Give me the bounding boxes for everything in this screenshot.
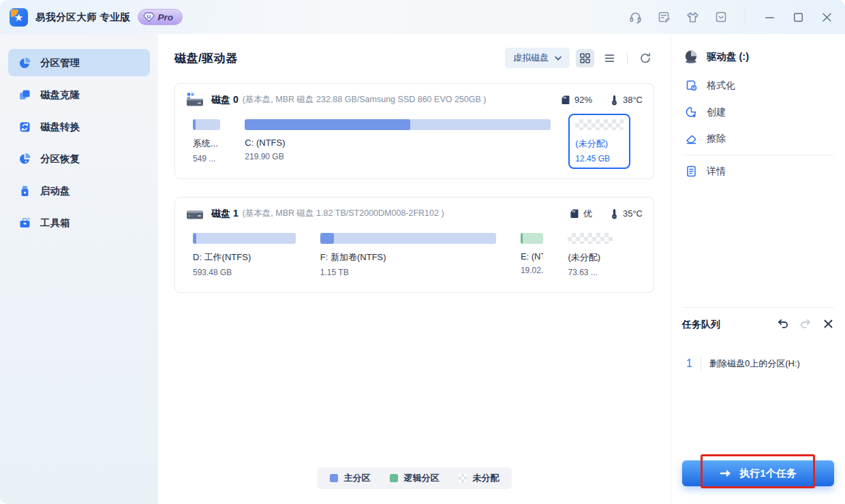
- task-label: 删除磁盘0上的分区(H:): [709, 358, 800, 370]
- sidebar-item-label: 磁盘克隆: [40, 89, 80, 101]
- menu-dropdown-icon[interactable]: [713, 10, 728, 25]
- sidebar-item-disk-convert[interactable]: 磁盘转换: [8, 113, 150, 140]
- partition-label: (未分配): [568, 251, 612, 264]
- sidebar-item-toolbox[interactable]: 工具箱: [8, 209, 150, 236]
- clone-icon: [18, 89, 31, 101]
- sidebar-item-bootable-disk[interactable]: 启动盘: [8, 177, 150, 204]
- theme-icon[interactable]: [685, 10, 700, 25]
- task-queue-section: 任务队列: [682, 307, 834, 486]
- disk-info: (基本盘, MBR 磁盘 232.88 GB/Samsung SSD 860 E…: [243, 94, 487, 106]
- disk-name: 磁盘 1: [211, 208, 239, 220]
- partition-legend: 主分区 逻辑分区 未分配: [318, 467, 512, 489]
- legend-label: 逻辑分区: [404, 472, 440, 484]
- partition-label: D: 工作(NTFS): [193, 251, 296, 264]
- maximize-button[interactable]: [790, 10, 805, 25]
- action-label: 格式化: [707, 80, 735, 92]
- disk-card-0: 磁盘 0 (基本盘, MBR 磁盘 232.88 GB/Samsung SSD …: [174, 83, 654, 179]
- task-list-item[interactable]: 1 删除磁盘0上的分区(H:): [682, 357, 834, 371]
- action-label: 擦除: [707, 133, 726, 145]
- panel-divider: [682, 155, 834, 155]
- titlebar-separator: [745, 9, 746, 25]
- sidebar-item-partition-manager[interactable]: 分区管理: [8, 49, 150, 76]
- grid-view-button[interactable]: [576, 49, 594, 67]
- arrow-right-icon: [720, 469, 732, 478]
- partition-label: 系统...: [193, 138, 220, 150]
- partition-f[interactable]: F: 新加卷(NTFS) 1.15 TB: [313, 227, 503, 283]
- partition-size: 219.90 GB: [245, 152, 551, 161]
- sidebar-item-label: 分区管理: [40, 57, 80, 69]
- hdd-disk-icon: [186, 206, 204, 221]
- disk-health-value: 优: [583, 208, 592, 220]
- legend-unallocated: 未分配: [459, 472, 500, 484]
- format-icon: [685, 79, 698, 92]
- action-label: 详情: [707, 166, 726, 178]
- action-label: 创建: [707, 106, 726, 119]
- partition-e[interactable]: E: (NT... 19.02...: [514, 227, 551, 281]
- list-view-button[interactable]: [600, 49, 619, 67]
- eraser-icon: [685, 132, 698, 145]
- refresh-button[interactable]: [636, 49, 654, 67]
- sidebar-item-label: 磁盘转换: [40, 121, 80, 133]
- partition-d[interactable]: D: 工作(NTFS) 593.48 GB: [186, 227, 303, 283]
- partition-unallocated[interactable]: (未分配) 73.63 ...: [561, 227, 619, 283]
- redo-button[interactable]: [799, 317, 812, 332]
- disk-health-badge: 优: [570, 208, 592, 220]
- thermometer-icon: [610, 208, 619, 219]
- partition-size: 12.45 GB: [575, 154, 623, 163]
- execute-tasks-button[interactable]: 执行1个任务: [682, 460, 834, 486]
- disk-temp-value: 35°C: [623, 208, 643, 219]
- partition-bar: [568, 233, 612, 244]
- partition-size: 1.15 TB: [320, 268, 496, 277]
- grid-view-icon: [579, 52, 591, 64]
- action-wipe[interactable]: 擦除: [682, 125, 834, 152]
- health-icon: [561, 95, 570, 105]
- sidebar-item-partition-recovery[interactable]: 分区恢复: [8, 145, 150, 172]
- pro-badge: U Pro: [138, 9, 183, 25]
- close-button[interactable]: [819, 10, 834, 25]
- usb-drive-icon: [18, 185, 31, 198]
- health-icon: [570, 208, 579, 219]
- drive-pie-icon: [683, 49, 699, 64]
- sidebar-item-disk-clone[interactable]: 磁盘克隆: [8, 81, 150, 108]
- support-icon[interactable]: [628, 10, 643, 25]
- ssd-disk-icon: [186, 93, 204, 107]
- legend-logical-swatch: [390, 474, 398, 482]
- sidebar-item-label: 启动盘: [40, 185, 70, 198]
- disk-health-badge: 92%: [561, 95, 592, 105]
- pro-hexagon-icon: U: [143, 12, 155, 22]
- close-task-queue-button[interactable]: [823, 318, 834, 332]
- virtual-disk-dropdown[interactable]: 虚拟磁盘: [505, 48, 570, 68]
- partition-c[interactable]: C: (NTFS) 219.90 GB: [238, 114, 557, 167]
- task-queue-title: 任务队列: [682, 319, 720, 331]
- action-details[interactable]: 详情: [682, 158, 834, 185]
- undo-button[interactable]: [776, 317, 789, 332]
- disk-name: 磁盘 0: [211, 94, 239, 106]
- sidebar-item-label: 分区恢复: [40, 153, 80, 166]
- partition-bar: [245, 119, 551, 130]
- header-separator: [627, 52, 628, 64]
- disk-temp-badge: 35°C: [610, 208, 643, 219]
- partition-unallocated-selected[interactable]: (未分配) 12.45 GB: [568, 114, 630, 169]
- virtual-disk-dropdown-label: 虚拟磁盘: [513, 52, 549, 64]
- disk-list-panel: 磁盘/驱动器 虚拟磁盘: [158, 34, 671, 504]
- action-format[interactable]: 格式化: [682, 72, 834, 99]
- drive-header: 驱动盘 (:): [683, 49, 833, 64]
- feedback-icon[interactable]: [656, 10, 671, 25]
- pie-chart-icon: [18, 57, 31, 69]
- page-title: 磁盘/驱动器: [174, 50, 238, 66]
- create-icon: [685, 106, 698, 119]
- task-number: 1: [682, 357, 701, 371]
- partition-label: E: (NT...: [521, 251, 544, 262]
- partition-bar: [193, 233, 296, 244]
- action-create[interactable]: 创建: [682, 99, 834, 125]
- partition-system[interactable]: 系统... 549 ...: [186, 114, 227, 169]
- legend-primary: 主分区: [330, 472, 371, 484]
- minimize-button[interactable]: [762, 10, 777, 25]
- pie-recover-icon: [18, 153, 31, 166]
- disk-info: (基本盘, MBR 磁盘 1.82 TB/ST2000DM008-2FR102 …: [243, 208, 444, 219]
- details-icon: [685, 165, 698, 178]
- partition-bar: [575, 119, 623, 130]
- disk-temp-badge: 38°C: [610, 95, 643, 106]
- sidebar-item-label: 工具箱: [40, 217, 70, 230]
- list-view-icon: [604, 52, 615, 64]
